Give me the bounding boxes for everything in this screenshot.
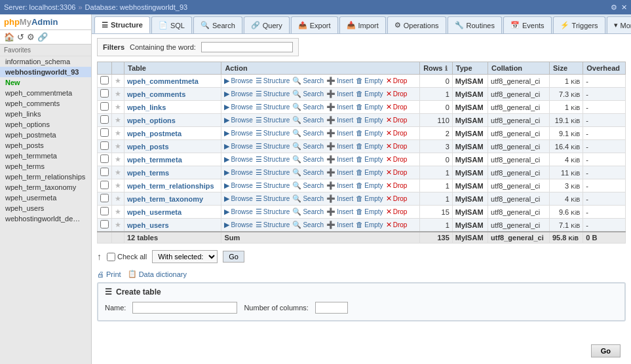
star-icon-wpeh_term_relationships[interactable]: ★ xyxy=(115,181,121,189)
structure-btn-wpeh_terms[interactable]: ☰Structure xyxy=(256,168,290,177)
browse-btn-wpeh_commentmeta[interactable]: ▶Browse xyxy=(224,77,252,85)
empty-btn-wpeh_comments[interactable]: 🗑Empty xyxy=(356,90,383,98)
row-checkbox-wpeh_links[interactable] xyxy=(100,102,109,111)
tab-search[interactable]: 🔍Search xyxy=(193,16,242,33)
row-checkbox-wpeh_term_taxonomy[interactable] xyxy=(100,194,109,202)
empty-btn-wpeh_links[interactable]: 🗑Empty xyxy=(356,103,383,111)
browse-btn-wpeh_term_relationships[interactable]: ▶Browse xyxy=(224,181,252,190)
sidebar-item-demodb[interactable]: webhostingworldt_demodb xyxy=(0,213,91,224)
insert-btn-wpeh_options[interactable]: ➕Insert xyxy=(326,116,353,124)
sidebar-item-wpeh_postmeta[interactable]: wpeh_postmeta xyxy=(0,130,91,140)
star-icon-wpeh_users[interactable]: ★ xyxy=(115,221,121,228)
table-name-link-wpeh_termmeta[interactable]: wpeh_termmeta xyxy=(127,156,182,164)
empty-btn-wpeh_usermeta[interactable]: 🗑Empty xyxy=(356,208,383,215)
row-checkbox-wpeh_users[interactable] xyxy=(100,220,109,228)
drop-btn-wpeh_comments[interactable]: ✕Drop xyxy=(386,90,408,98)
table-name-input[interactable] xyxy=(132,302,237,314)
go-button[interactable]: Go xyxy=(591,344,621,357)
tab-query[interactable]: 🔗Query xyxy=(244,16,290,33)
search-btn-wpeh_postmeta[interactable]: 🔍Search xyxy=(292,129,324,137)
config-icon[interactable]: ⚙ xyxy=(27,32,35,42)
browse-btn-wpeh_termmeta[interactable]: ▶Browse xyxy=(224,155,252,164)
search-btn-wpeh_termmeta[interactable]: 🔍Search xyxy=(292,155,324,164)
tab-routines[interactable]: 🔧Routines xyxy=(448,16,502,33)
tab-events[interactable]: 📅Events xyxy=(503,16,552,33)
table-name-link-wpeh_postmeta[interactable]: wpeh_postmeta xyxy=(127,130,182,137)
tab-import[interactable]: 📥Import xyxy=(339,16,386,33)
browse-btn-wpeh_postmeta[interactable]: ▶Browse xyxy=(224,129,252,137)
sidebar-item-wpeh_usermeta[interactable]: wpeh_usermeta xyxy=(0,192,91,203)
empty-btn-wpeh_options[interactable]: 🗑Empty xyxy=(356,116,383,124)
row-checkbox-wpeh_comments[interactable] xyxy=(100,89,109,98)
print-link[interactable]: 🖨 Print xyxy=(97,270,121,278)
col-table[interactable]: Table xyxy=(124,62,221,75)
search-btn-wpeh_term_relationships[interactable]: 🔍Search xyxy=(292,181,324,190)
check-all-checkbox[interactable] xyxy=(107,253,115,261)
insert-btn-wpeh_term_taxonomy[interactable]: ➕Insert xyxy=(326,194,353,203)
tab-operations[interactable]: ⚙Operations xyxy=(387,16,446,33)
sidebar-item-wpeh_users[interactable]: wpeh_users xyxy=(0,203,91,213)
insert-btn-wpeh_postmeta[interactable]: ➕Insert xyxy=(326,129,353,137)
browse-btn-wpeh_users[interactable]: ▶Browse xyxy=(224,221,252,229)
filter-input[interactable] xyxy=(201,42,293,52)
sidebar-item-webhostingworldt[interactable]: webhostingworldt_93 xyxy=(0,67,91,77)
star-icon-wpeh_postmeta[interactable]: ★ xyxy=(115,129,121,137)
sidebar-item-wpeh_terms[interactable]: wpeh_terms xyxy=(0,161,91,172)
table-name-link-wpeh_posts[interactable]: wpeh_posts xyxy=(127,143,169,151)
with-selected-go-button[interactable]: Go xyxy=(223,251,244,263)
drop-btn-wpeh_links[interactable]: ✕Drop xyxy=(386,103,408,111)
search-btn-wpeh_links[interactable]: 🔍Search xyxy=(292,103,324,111)
sidebar-item-wpeh_commentmeta[interactable]: wpeh_commentmeta xyxy=(0,88,91,98)
sidebar-item-information-schema[interactable]: information_schema xyxy=(0,56,91,67)
star-icon-wpeh_termmeta[interactable]: ★ xyxy=(115,155,121,163)
empty-btn-wpeh_term_taxonomy[interactable]: 🗑Empty xyxy=(356,194,383,202)
tab-export[interactable]: 📤Export xyxy=(291,16,338,33)
empty-btn-wpeh_posts[interactable]: 🗑Empty xyxy=(356,142,383,150)
row-checkbox-wpeh_usermeta[interactable] xyxy=(100,207,109,215)
tab-triggers[interactable]: ⚡Triggers xyxy=(553,16,605,33)
scroll-up[interactable]: ↑ xyxy=(97,251,102,262)
drop-btn-wpeh_usermeta[interactable]: ✕Drop xyxy=(386,208,408,216)
structure-btn-wpeh_commentmeta[interactable]: ☰Structure xyxy=(256,77,290,85)
drop-btn-wpeh_posts[interactable]: ✕Drop xyxy=(386,142,408,151)
structure-btn-wpeh_users[interactable]: ☰Structure xyxy=(256,221,290,229)
sidebar-item-wpeh_term_taxonomy[interactable]: wpeh_term_taxonomy xyxy=(0,182,91,192)
star-icon-wpeh_links[interactable]: ★ xyxy=(115,103,121,111)
check-all-label[interactable]: Check all xyxy=(107,253,147,261)
sidebar-new[interactable]: New xyxy=(0,77,91,88)
settings-icon[interactable]: ⚙ xyxy=(611,3,617,12)
search-btn-wpeh_options[interactable]: 🔍Search xyxy=(292,116,324,124)
tab-sql[interactable]: 📄SQL xyxy=(151,16,192,33)
search-btn-wpeh_comments[interactable]: 🔍Search xyxy=(292,90,324,98)
empty-btn-wpeh_users[interactable]: 🗑Empty xyxy=(356,221,383,228)
with-selected-dropdown[interactable]: With selected: Drop Empty Check Analyze … xyxy=(152,250,218,263)
search-btn-wpeh_terms[interactable]: 🔍Search xyxy=(292,168,324,177)
empty-btn-wpeh_term_relationships[interactable]: 🗑Empty xyxy=(356,181,383,189)
structure-btn-wpeh_links[interactable]: ☰Structure xyxy=(256,103,290,111)
star-icon-wpeh_posts[interactable]: ★ xyxy=(115,142,121,150)
row-checkbox-wpeh_term_relationships[interactable] xyxy=(100,181,109,189)
star-icon-wpeh_options[interactable]: ★ xyxy=(115,116,121,124)
insert-btn-wpeh_commentmeta[interactable]: ➕Insert xyxy=(326,77,353,85)
tab-structure[interactable]: ☰Structure xyxy=(94,16,150,33)
table-name-link-wpeh_links[interactable]: wpeh_links xyxy=(127,103,166,111)
drop-btn-wpeh_term_relationships[interactable]: ✕Drop xyxy=(386,181,408,190)
structure-btn-wpeh_comments[interactable]: ☰Structure xyxy=(256,90,290,98)
sidebar-item-wpeh_links[interactable]: wpeh_links xyxy=(0,109,91,119)
drop-btn-wpeh_postmeta[interactable]: ✕Drop xyxy=(386,129,408,137)
star-icon-wpeh_usermeta[interactable]: ★ xyxy=(115,208,121,215)
empty-btn-wpeh_commentmeta[interactable]: 🗑Empty xyxy=(356,77,383,84)
drop-btn-wpeh_terms[interactable]: ✕Drop xyxy=(386,168,408,177)
close-icon[interactable]: ✕ xyxy=(621,3,627,12)
data-dict-link[interactable]: 📋 Data dictionary xyxy=(128,270,187,278)
insert-btn-wpeh_links[interactable]: ➕Insert xyxy=(326,103,353,111)
empty-btn-wpeh_terms[interactable]: 🗑Empty xyxy=(356,168,383,176)
sidebar-item-wpeh_comments[interactable]: wpeh_comments xyxy=(0,98,91,109)
sidebar-item-wpeh_termmeta[interactable]: wpeh_termmeta xyxy=(0,151,91,161)
drop-btn-wpeh_termmeta[interactable]: ✕Drop xyxy=(386,155,408,164)
row-checkbox-wpeh_posts[interactable] xyxy=(100,141,109,150)
browse-btn-wpeh_term_taxonomy[interactable]: ▶Browse xyxy=(224,194,252,203)
insert-btn-wpeh_comments[interactable]: ➕Insert xyxy=(326,90,353,98)
star-icon-wpeh_comments[interactable]: ★ xyxy=(115,90,121,98)
search-btn-wpeh_users[interactable]: 🔍Search xyxy=(292,221,324,229)
